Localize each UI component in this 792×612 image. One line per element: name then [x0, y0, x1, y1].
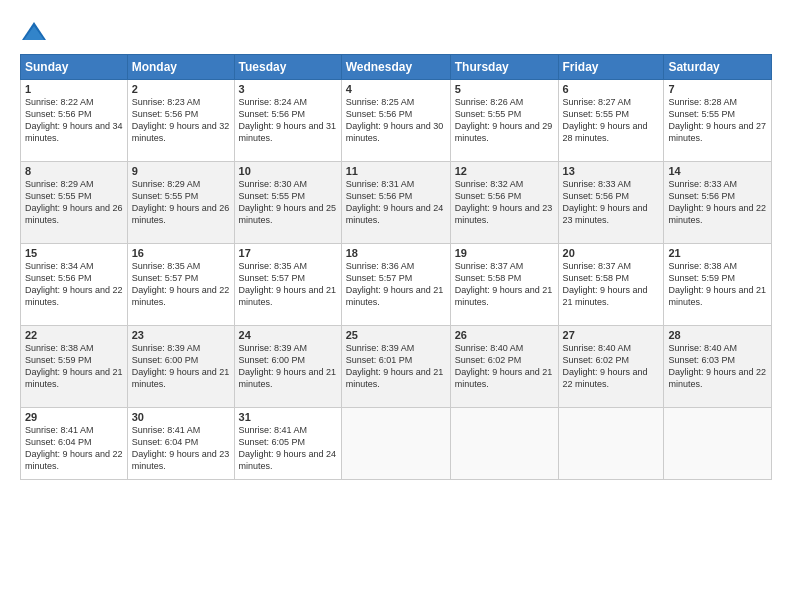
calendar-cell: 19 Sunrise: 8:37 AMSunset: 5:58 PMDaylig… [450, 244, 558, 326]
week-row-3: 15 Sunrise: 8:34 AMSunset: 5:56 PMDaylig… [21, 244, 772, 326]
day-number: 5 [455, 83, 554, 95]
calendar-cell [450, 408, 558, 480]
day-info: Sunrise: 8:32 AMSunset: 5:56 PMDaylight:… [455, 179, 553, 225]
calendar-cell: 28 Sunrise: 8:40 AMSunset: 6:03 PMDaylig… [664, 326, 772, 408]
day-info: Sunrise: 8:25 AMSunset: 5:56 PMDaylight:… [346, 97, 444, 143]
calendar-cell: 3 Sunrise: 8:24 AMSunset: 5:56 PMDayligh… [234, 80, 341, 162]
day-number: 19 [455, 247, 554, 259]
calendar-cell: 24 Sunrise: 8:39 AMSunset: 6:00 PMDaylig… [234, 326, 341, 408]
calendar-cell: 17 Sunrise: 8:35 AMSunset: 5:57 PMDaylig… [234, 244, 341, 326]
day-number: 1 [25, 83, 123, 95]
day-number: 3 [239, 83, 337, 95]
day-number: 8 [25, 165, 123, 177]
col-header-friday: Friday [558, 55, 664, 80]
day-info: Sunrise: 8:37 AMSunset: 5:58 PMDaylight:… [563, 261, 648, 307]
day-info: Sunrise: 8:34 AMSunset: 5:56 PMDaylight:… [25, 261, 123, 307]
day-info: Sunrise: 8:29 AMSunset: 5:55 PMDaylight:… [25, 179, 123, 225]
calendar-cell: 10 Sunrise: 8:30 AMSunset: 5:55 PMDaylig… [234, 162, 341, 244]
day-number: 25 [346, 329, 446, 341]
col-header-tuesday: Tuesday [234, 55, 341, 80]
day-number: 10 [239, 165, 337, 177]
calendar-cell: 21 Sunrise: 8:38 AMSunset: 5:59 PMDaylig… [664, 244, 772, 326]
calendar-cell: 8 Sunrise: 8:29 AMSunset: 5:55 PMDayligh… [21, 162, 128, 244]
day-info: Sunrise: 8:23 AMSunset: 5:56 PMDaylight:… [132, 97, 230, 143]
day-info: Sunrise: 8:35 AMSunset: 5:57 PMDaylight:… [239, 261, 337, 307]
day-info: Sunrise: 8:33 AMSunset: 5:56 PMDaylight:… [563, 179, 648, 225]
header [20, 18, 772, 46]
col-header-saturday: Saturday [664, 55, 772, 80]
day-number: 12 [455, 165, 554, 177]
day-number: 4 [346, 83, 446, 95]
calendar-cell: 12 Sunrise: 8:32 AMSunset: 5:56 PMDaylig… [450, 162, 558, 244]
day-info: Sunrise: 8:39 AMSunset: 6:01 PMDaylight:… [346, 343, 444, 389]
day-info: Sunrise: 8:33 AMSunset: 5:56 PMDaylight:… [668, 179, 766, 225]
calendar-cell [341, 408, 450, 480]
day-info: Sunrise: 8:41 AMSunset: 6:04 PMDaylight:… [25, 425, 123, 471]
day-number: 13 [563, 165, 660, 177]
day-info: Sunrise: 8:39 AMSunset: 6:00 PMDaylight:… [239, 343, 337, 389]
col-header-wednesday: Wednesday [341, 55, 450, 80]
day-info: Sunrise: 8:30 AMSunset: 5:55 PMDaylight:… [239, 179, 337, 225]
day-info: Sunrise: 8:38 AMSunset: 5:59 PMDaylight:… [668, 261, 766, 307]
day-number: 18 [346, 247, 446, 259]
calendar-cell: 25 Sunrise: 8:39 AMSunset: 6:01 PMDaylig… [341, 326, 450, 408]
calendar-cell: 9 Sunrise: 8:29 AMSunset: 5:55 PMDayligh… [127, 162, 234, 244]
calendar-cell: 29 Sunrise: 8:41 AMSunset: 6:04 PMDaylig… [21, 408, 128, 480]
day-info: Sunrise: 8:36 AMSunset: 5:57 PMDaylight:… [346, 261, 444, 307]
day-number: 15 [25, 247, 123, 259]
col-header-thursday: Thursday [450, 55, 558, 80]
week-row-2: 8 Sunrise: 8:29 AMSunset: 5:55 PMDayligh… [21, 162, 772, 244]
day-number: 30 [132, 411, 230, 423]
day-number: 28 [668, 329, 767, 341]
calendar-cell: 31 Sunrise: 8:41 AMSunset: 6:05 PMDaylig… [234, 408, 341, 480]
day-info: Sunrise: 8:39 AMSunset: 6:00 PMDaylight:… [132, 343, 230, 389]
calendar-cell: 4 Sunrise: 8:25 AMSunset: 5:56 PMDayligh… [341, 80, 450, 162]
calendar-cell: 30 Sunrise: 8:41 AMSunset: 6:04 PMDaylig… [127, 408, 234, 480]
day-number: 6 [563, 83, 660, 95]
week-row-5: 29 Sunrise: 8:41 AMSunset: 6:04 PMDaylig… [21, 408, 772, 480]
col-header-monday: Monday [127, 55, 234, 80]
calendar-cell: 23 Sunrise: 8:39 AMSunset: 6:00 PMDaylig… [127, 326, 234, 408]
calendar-cell: 20 Sunrise: 8:37 AMSunset: 5:58 PMDaylig… [558, 244, 664, 326]
day-info: Sunrise: 8:38 AMSunset: 5:59 PMDaylight:… [25, 343, 123, 389]
calendar-cell: 5 Sunrise: 8:26 AMSunset: 5:55 PMDayligh… [450, 80, 558, 162]
day-info: Sunrise: 8:40 AMSunset: 6:03 PMDaylight:… [668, 343, 766, 389]
col-header-sunday: Sunday [21, 55, 128, 80]
page: SundayMondayTuesdayWednesdayThursdayFrid… [0, 0, 792, 612]
day-info: Sunrise: 8:40 AMSunset: 6:02 PMDaylight:… [455, 343, 553, 389]
calendar-cell: 22 Sunrise: 8:38 AMSunset: 5:59 PMDaylig… [21, 326, 128, 408]
day-info: Sunrise: 8:28 AMSunset: 5:55 PMDaylight:… [668, 97, 766, 143]
header-row: SundayMondayTuesdayWednesdayThursdayFrid… [21, 55, 772, 80]
calendar-cell: 26 Sunrise: 8:40 AMSunset: 6:02 PMDaylig… [450, 326, 558, 408]
day-info: Sunrise: 8:37 AMSunset: 5:58 PMDaylight:… [455, 261, 553, 307]
calendar-cell: 27 Sunrise: 8:40 AMSunset: 6:02 PMDaylig… [558, 326, 664, 408]
day-number: 11 [346, 165, 446, 177]
day-info: Sunrise: 8:24 AMSunset: 5:56 PMDaylight:… [239, 97, 337, 143]
calendar-cell: 14 Sunrise: 8:33 AMSunset: 5:56 PMDaylig… [664, 162, 772, 244]
day-number: 27 [563, 329, 660, 341]
logo-icon [20, 18, 48, 46]
calendar-cell [664, 408, 772, 480]
week-row-4: 22 Sunrise: 8:38 AMSunset: 5:59 PMDaylig… [21, 326, 772, 408]
logo [20, 18, 52, 46]
calendar-cell: 11 Sunrise: 8:31 AMSunset: 5:56 PMDaylig… [341, 162, 450, 244]
day-number: 26 [455, 329, 554, 341]
calendar-cell: 16 Sunrise: 8:35 AMSunset: 5:57 PMDaylig… [127, 244, 234, 326]
day-number: 24 [239, 329, 337, 341]
day-info: Sunrise: 8:26 AMSunset: 5:55 PMDaylight:… [455, 97, 553, 143]
day-info: Sunrise: 8:27 AMSunset: 5:55 PMDaylight:… [563, 97, 648, 143]
day-info: Sunrise: 8:31 AMSunset: 5:56 PMDaylight:… [346, 179, 444, 225]
day-number: 17 [239, 247, 337, 259]
calendar-cell: 13 Sunrise: 8:33 AMSunset: 5:56 PMDaylig… [558, 162, 664, 244]
day-number: 20 [563, 247, 660, 259]
day-info: Sunrise: 8:41 AMSunset: 6:05 PMDaylight:… [239, 425, 337, 471]
day-info: Sunrise: 8:40 AMSunset: 6:02 PMDaylight:… [563, 343, 648, 389]
calendar-cell: 2 Sunrise: 8:23 AMSunset: 5:56 PMDayligh… [127, 80, 234, 162]
day-info: Sunrise: 8:29 AMSunset: 5:55 PMDaylight:… [132, 179, 230, 225]
day-number: 16 [132, 247, 230, 259]
week-row-1: 1 Sunrise: 8:22 AMSunset: 5:56 PMDayligh… [21, 80, 772, 162]
day-number: 2 [132, 83, 230, 95]
calendar-cell: 6 Sunrise: 8:27 AMSunset: 5:55 PMDayligh… [558, 80, 664, 162]
day-number: 31 [239, 411, 337, 423]
calendar-cell: 15 Sunrise: 8:34 AMSunset: 5:56 PMDaylig… [21, 244, 128, 326]
